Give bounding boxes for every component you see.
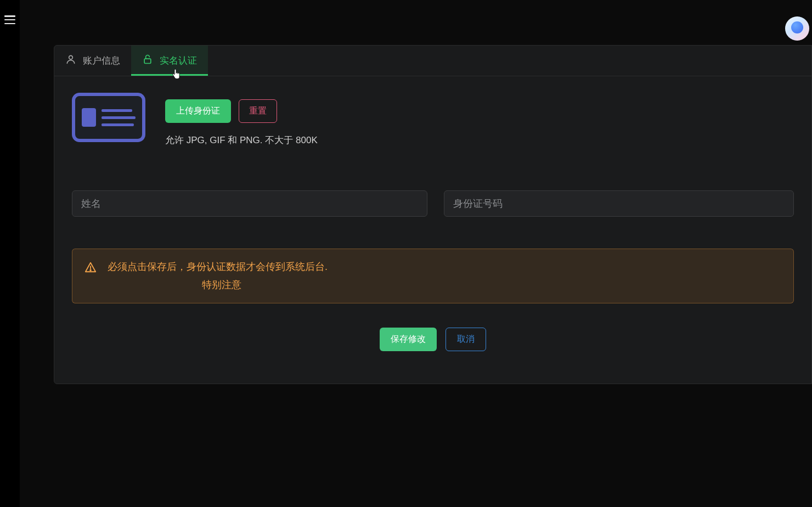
person-icon [65,54,76,67]
alert-message: 必须点击保存后，身份认证数据才会传到系统后台. [108,260,328,274]
svg-rect-1 [144,59,151,63]
upload-section: 上传身份证 重置 允许 JPG, GIF 和 PNG. 不大于 800K [72,93,794,147]
menu-icon[interactable] [4,15,15,24]
tab-realname-auth-label: 实名认证 [160,54,197,67]
input-row [72,190,794,217]
save-warning-alert: 必须点击保存后，身份认证数据才会传到系统后台. 特别注意 [72,249,794,303]
cancel-button[interactable]: 取消 [446,328,486,351]
avatar-image [791,21,803,33]
footer-actions: 保存修改 取消 [72,328,794,351]
svg-point-0 [69,55,73,59]
card-body: 上传身份证 重置 允许 JPG, GIF 和 PNG. 不大于 800K 必须点… [54,76,811,367]
tab-realname-auth[interactable]: 实名认证 [131,46,208,76]
lock-open-icon [142,54,153,67]
reset-button[interactable]: 重置 [239,99,277,123]
save-button[interactable]: 保存修改 [380,328,437,351]
left-sidestrip [0,0,20,507]
upload-controls: 上传身份证 重置 允许 JPG, GIF 和 PNG. 不大于 800K [165,93,318,147]
alert-subnote: 特别注意 [108,278,328,292]
avatar[interactable] [785,16,809,41]
id-card-illustration-icon [72,93,145,142]
svg-point-3 [90,270,91,271]
warning-icon [84,260,97,276]
id-number-input[interactable] [444,190,794,217]
tab-account-info-label: 账户信息 [83,54,120,67]
settings-card: 账户信息 实名认证 上传身份证 重置 允许 JPG, GIF 和 PNG. 不大… [54,45,812,384]
upload-id-button[interactable]: 上传身份证 [165,99,231,123]
upload-hint: 允许 JPG, GIF 和 PNG. 不大于 800K [165,134,318,147]
tab-account-info[interactable]: 账户信息 [54,46,131,76]
name-input[interactable] [72,190,427,217]
tabs: 账户信息 实名认证 [54,46,811,76]
